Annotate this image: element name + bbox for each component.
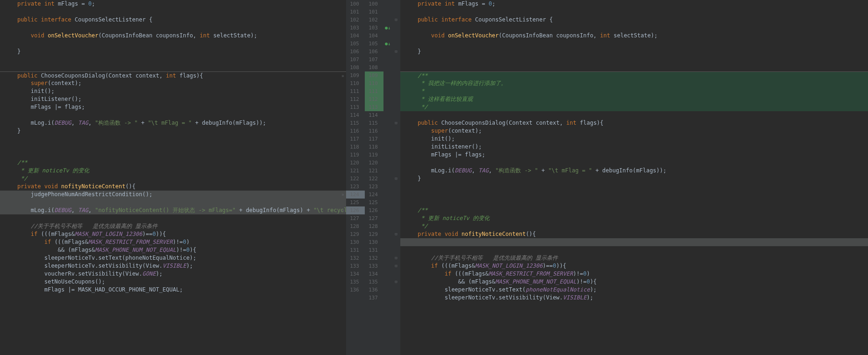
gutter-fold[interactable] (392, 79, 400, 87)
green-down-arrow-icon[interactable]: ●↓ (385, 24, 391, 32)
line-number-left[interactable]: 107 (346, 56, 365, 64)
gutter-fold[interactable]: ⊟ (392, 230, 400, 238)
gutter-fold[interactable] (392, 135, 400, 143)
line-number-left[interactable]: 136 (346, 286, 365, 294)
gutter-fold[interactable] (392, 143, 400, 151)
fold-minus-icon[interactable]: ⊟ (395, 175, 397, 183)
gutter-fold[interactable] (392, 159, 400, 167)
gutter-fold[interactable] (392, 246, 400, 254)
code-line[interactable]: } (400, 48, 868, 56)
line-number-left[interactable]: 134 (346, 270, 365, 278)
line-number-left[interactable]: 122 (346, 175, 365, 183)
line-number-right[interactable]: 136 (365, 286, 383, 294)
line-number-right[interactable]: 135 (365, 278, 383, 286)
code-line[interactable]: mFlags |= flags; (0, 103, 346, 111)
line-number-right[interactable]: 132 (365, 254, 383, 262)
line-number-left[interactable]: 101 (346, 8, 365, 16)
line-number-right[interactable]: 125 (365, 199, 383, 206)
gutter-fold[interactable] (392, 222, 400, 230)
code-line[interactable] (0, 24, 346, 32)
line-number-right[interactable]: 116 (365, 127, 383, 135)
gutter-fold[interactable]: ⊟ (392, 48, 400, 56)
code-line[interactable]: judgePhoneNumAndRestrictCondition();» (0, 191, 346, 199)
code-line[interactable]: setNoUseCoupons(); (0, 278, 346, 286)
code-line[interactable]: private int mFlags = 0; (400, 0, 868, 8)
code-line[interactable]: public ChooseCouponsDialog(Context conte… (0, 71, 346, 79)
code-line[interactable]: initListener(); (400, 143, 868, 151)
gutter-fold[interactable]: ⊟ (392, 16, 400, 24)
line-number-left[interactable]: 114 (346, 111, 365, 119)
code-line[interactable] (400, 159, 868, 167)
code-line[interactable]: /** (0, 159, 346, 167)
line-number-right[interactable]: 104 (365, 32, 383, 40)
line-number-right[interactable]: 106 (365, 48, 383, 56)
gutter-fold[interactable] (392, 95, 400, 103)
line-number-left[interactable]: 104 (346, 32, 365, 40)
code-line[interactable]: super(context); (0, 79, 346, 87)
line-number-left[interactable]: 112 (346, 95, 365, 103)
fold-minus-icon[interactable]: ⊟ (395, 254, 397, 262)
code-line[interactable]: sleeperNoticeTv.setText(phoneNotEqualNot… (0, 254, 346, 262)
line-number-left[interactable]: 124 (346, 191, 365, 199)
code-line[interactable]: mLog.i(DEBUG, TAG, "构造函数 -> " + "\t mFla… (0, 119, 346, 127)
expand-chevron-icon[interactable]: » (341, 206, 344, 214)
gutter-fold[interactable] (392, 206, 400, 214)
gutter-fold[interactable] (392, 151, 400, 159)
code-line[interactable]: //关于手机号不相等 是优先级最高的 显示条件 (400, 254, 868, 262)
code-line[interactable] (400, 64, 868, 71)
code-line[interactable]: //关于手机号不相等 是优先级最高的 显示条件 (0, 222, 346, 230)
line-number-left[interactable]: 113 (346, 103, 365, 111)
line-number-left[interactable]: 132 (346, 254, 365, 262)
code-line[interactable]: && (mFlags&MASK_PHONE_NUM_NOT_EQUAL)!=0)… (0, 246, 346, 254)
code-line[interactable] (400, 8, 868, 16)
code-line[interactable]: private int mFlags = 0; (0, 0, 346, 8)
fold-minus-icon[interactable]: ⊟ (395, 230, 397, 238)
gutter-fold[interactable] (392, 40, 400, 48)
code-line[interactable]: */ (0, 175, 346, 183)
code-line[interactable]: } (0, 48, 346, 56)
line-number-left[interactable]: 103 (346, 24, 365, 32)
code-line[interactable]: void onSelectVoucher(CouponsInfoBean cou… (0, 32, 346, 40)
code-line[interactable] (0, 40, 346, 48)
line-number-right[interactable]: 133 (365, 262, 383, 270)
right-code-pane[interactable]: private int mFlags = 0; public interface… (400, 0, 868, 355)
line-number-left[interactable]: 126 (346, 206, 365, 214)
code-line[interactable]: */ (400, 103, 868, 111)
line-number-right[interactable]: 107 (365, 56, 383, 64)
code-line[interactable] (0, 214, 346, 222)
code-line[interactable]: mLog.i(DEBUG, TAG, "nofityNoticeContent(… (0, 206, 346, 214)
fold-minus-icon[interactable]: ⊟ (395, 278, 397, 286)
code-line[interactable]: if (((mFlags&MASK_NOT_LOGIN_12306)==0)){ (0, 230, 346, 238)
line-number-right[interactable]: 123 (365, 183, 383, 191)
line-number-left[interactable]: 111 (346, 87, 365, 95)
code-line[interactable]: * (400, 87, 868, 95)
code-line[interactable] (0, 56, 346, 64)
gutter-fold[interactable] (392, 87, 400, 95)
gutter-fold[interactable]: ⊟ (392, 119, 400, 127)
code-line[interactable] (0, 151, 346, 159)
line-number-right[interactable]: 117 (365, 135, 383, 143)
code-line[interactable]: * 更新 noticeTv 的变化 (0, 167, 346, 175)
line-number-left[interactable]: 121 (346, 167, 365, 175)
line-number-right[interactable]: 112 (365, 95, 383, 103)
line-number-left[interactable]: 115 (346, 119, 365, 127)
code-line[interactable]: sleeperNoticeTv.setVisibility(View.VISIB… (400, 294, 868, 302)
code-line[interactable]: public ChooseCouponsDialog(Context conte… (400, 119, 868, 127)
code-line[interactable] (0, 64, 346, 71)
code-line[interactable]: public interface CouponsSelectListener { (400, 16, 868, 24)
gutter-fold[interactable] (392, 183, 400, 191)
line-number-right[interactable]: 122 (365, 175, 383, 183)
code-line[interactable]: private void nofityNoticeContent(){ (400, 230, 868, 238)
line-number-left[interactable]: 130 (346, 238, 365, 246)
code-line[interactable]: mLog.i(DEBUG, TAG, "构造函数 -> " + "\t mFla… (400, 167, 868, 175)
code-line[interactable]: && (mFlags&MASK_PHONE_NUM_NOT_EQUAL)!=0)… (400, 278, 868, 286)
gutter-fold[interactable] (392, 0, 400, 8)
line-number-right[interactable]: 100 (365, 0, 383, 8)
fold-minus-icon[interactable]: ⊟ (395, 262, 397, 270)
code-line[interactable]: public interface CouponsSelectListener { (0, 16, 346, 24)
gutter-fold[interactable]: ⊟ (392, 175, 400, 183)
gutter-fold[interactable] (392, 24, 400, 32)
code-line[interactable]: */ (400, 222, 868, 230)
code-line[interactable] (400, 191, 868, 199)
line-number-right[interactable]: 126 (365, 206, 383, 214)
